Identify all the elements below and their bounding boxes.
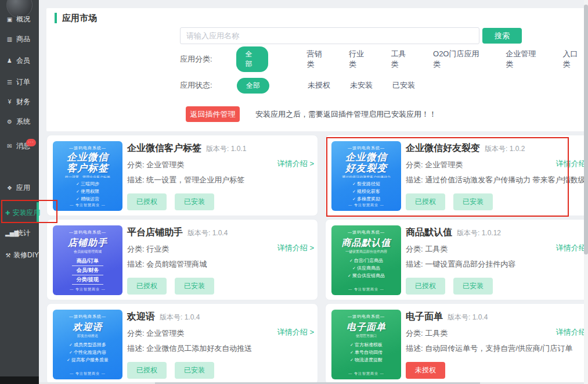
thumb-bullet: 物流进度提醒 — [350, 356, 383, 364]
app-thumbnail: —源码电商系统— 欢迎语 好友自动推送 成员类型选择多 个性化推送内容 提高客户… — [53, 310, 122, 379]
thumb-bullet: 会员/财务 — [72, 266, 104, 275]
detail-link[interactable]: 详情介绍 > — [556, 159, 588, 169]
thumb-subtitle: 统一设置，管理企业客户标签 — [65, 175, 110, 178]
sidebar-item-system[interactable]: ⚙ 系统 — [0, 115, 39, 128]
detail-link[interactable]: 详情介绍 > — [277, 243, 314, 253]
sidebar-item-label: 概况 — [16, 15, 30, 24]
apps-icon: ❖ — [5, 185, 14, 191]
app-name-text: 企业微信客户标签 — [127, 143, 201, 153]
search-input[interactable] — [180, 27, 479, 44]
sidebar-item-finance[interactable]: ¥ 财务 — [0, 95, 39, 108]
detail-link[interactable]: 详情介绍 > — [277, 327, 314, 338]
category-option[interactable]: 工具类 — [391, 49, 414, 70]
status-badges: 已授权 已安装 — [127, 278, 214, 295]
thumb-title: 企业微信 — [67, 152, 109, 163]
sidebar: ▣ 概况 ▥ 商品 ♟ 会员 ☰ 订单 ¥ 财务 ⚙ 系统 ✉ 消息 ··· ❖… — [0, 0, 39, 384]
thumb-bullet: 供应商商品 — [352, 264, 380, 272]
thumb-bullet: 自营/门店商品 — [349, 257, 383, 264]
search-button[interactable]: 搜索 — [482, 28, 522, 44]
app-version: 版本号: 1.0.4 — [160, 313, 200, 321]
thumb-banner: —源码电商系统— — [68, 229, 107, 236]
category-option[interactable]: 入口类 — [563, 49, 586, 70]
thumb-bullet: 使用权限 — [76, 188, 99, 195]
app-name: 企业微信客户标签版本号: 1.0.1 — [127, 142, 246, 155]
status-filter-row: 应用状态: 全部 未授权 未安装 已安装 — [180, 78, 415, 93]
app-market-panel: 应用市场 搜索 应用分类: 全部 营销类 行业类 工具类 O2O门店应用类 企业… — [46, 8, 585, 131]
detail-link[interactable]: 详情介绍 > — [277, 159, 314, 169]
thumb-bullets: 自营/门店商品 供应商商品 聚合供应链商品 — [348, 257, 385, 279]
thumb-bullet: 单号自动回传 — [350, 349, 383, 356]
thumb-bullets: 官方标准模板 单号自动回传 物流进度提醒 — [350, 341, 383, 364]
sidebar-item-overview[interactable]: ▣ 概况 — [0, 13, 39, 26]
thumb-banner: —源码电商系统— — [347, 145, 385, 152]
message-count-badge: ··· — [26, 139, 36, 146]
status-option[interactable]: 未安装 — [350, 80, 373, 91]
vertical-scrollbar-thumb[interactable] — [584, 5, 588, 254]
sidebar-footer-strip — [0, 376, 39, 384]
thumb-bullet: 聚合供应链商品 — [348, 272, 385, 279]
thumb-bullet: 精细运营 — [76, 195, 99, 203]
sidebar-item-install-apps[interactable]: ✚ 安装应用 — [0, 206, 39, 219]
sidebar-item-goods[interactable]: ▥ 商品 — [0, 33, 39, 45]
app-description: 描述: 自动回传运单号，支持自营/供应商/门店订单 — [406, 343, 588, 354]
authorized-badge: 已授权 — [406, 278, 445, 295]
gear-icon: ⚙ — [5, 119, 14, 125]
thumb-bullet: 个性化推送内容 — [69, 349, 106, 356]
thumb-subtitle: 好友自动推送 — [77, 333, 98, 339]
sidebar-item-label: 商品 — [16, 34, 30, 44]
thumb-subtitle: 使用官方接口 — [356, 333, 377, 339]
detail-link[interactable]: 详情介绍 > — [556, 327, 588, 338]
thumb-title: 好友裂变 — [345, 163, 387, 174]
category-all-pill[interactable]: 全部 — [236, 46, 269, 72]
app-category: 分类: 企业管理类 — [127, 160, 184, 170]
thumb-banner: —源码电商系统— — [68, 145, 107, 152]
category-option[interactable]: 营销类 — [306, 49, 329, 70]
thumb-title: 企业微信 — [345, 152, 387, 163]
thumb-bullet: 成员类型选择多 — [69, 341, 106, 349]
yen-icon: ¥ — [5, 99, 14, 105]
status-badges: 已授权 已安装 — [127, 193, 214, 210]
sidebar-item-label: 统计 — [16, 228, 30, 238]
thumb-bullet: 提高客户服务质量 — [67, 356, 109, 364]
app-card-wecom-tags: —源码电商系统— 企业微信 客户标签 统一设置，管理企业客户标签 三端同步 使用… — [46, 135, 318, 216]
sidebar-item-members[interactable]: ♟ 会员 — [0, 54, 39, 67]
app-name: 电子面单版本号: 1.0.4 — [406, 311, 488, 323]
detail-link[interactable]: 详情介绍 > — [556, 243, 588, 253]
thumb-bullets: 裂变路径短 规模化获客 多梯度奖励 — [352, 180, 380, 203]
app-version: 版本号: 1.0.1 — [206, 145, 246, 153]
status-option[interactable]: 已安装 — [392, 80, 415, 91]
app-name-text: 平台店铺助手 — [127, 227, 183, 237]
app-name-text: 商品默认值 — [406, 227, 452, 237]
sidebar-item-label: 财务 — [16, 97, 30, 107]
sidebar-item-label: 装修DIY — [13, 250, 39, 260]
overview-icon: ▣ — [5, 16, 14, 23]
category-option[interactable]: 行业类 — [349, 49, 371, 70]
installed-badge: 已安装 — [453, 278, 493, 295]
cart-icon: ☰ — [5, 79, 14, 85]
back-to-plugins-button[interactable]: 返回插件管理 — [186, 106, 240, 122]
app-card-goods-defaults: —源码电商系统— 商品默认值 一键设置商品部分挂件内容 自营/门店商品 供应商商… — [325, 219, 588, 300]
sidebar-item-apps[interactable]: ❖ 应用 — [0, 181, 39, 194]
vertical-scrollbar[interactable] — [584, 0, 588, 384]
sidebar-item-label: 应用 — [16, 183, 30, 193]
category-option[interactable]: O2O门店应用类 — [433, 49, 486, 70]
app-card-wecom-fission: —源码电商系统— 企业微信 好友裂变 通过价值活动激发客户传播动力 裂变路径短 … — [325, 135, 588, 216]
installed-badge: 已安装 — [175, 362, 214, 379]
thumb-bullet: 多梯度奖励 — [352, 195, 380, 203]
page-title: 应用市场 — [55, 13, 97, 23]
app-category: 分类: 工具类 — [406, 328, 448, 339]
installed-badge: 已安装 — [175, 278, 214, 295]
sidebar-item-stats[interactable]: ▂▅▇ 统计 — [0, 227, 39, 239]
sidebar-item-orders[interactable]: ☰ 订单 — [0, 76, 39, 88]
hammer-icon: ⚒ — [5, 252, 11, 259]
thumb-banner: —源码电商系统— — [68, 313, 107, 320]
status-badges: 已授权 已安装 — [406, 193, 493, 210]
status-option[interactable]: 未授权 — [308, 80, 330, 91]
category-option[interactable]: 企业管理类 — [506, 49, 543, 70]
app-version: 版本号: 1.0.2 — [485, 145, 525, 153]
app-name: 欢迎语版本号: 1.0.4 — [127, 311, 200, 323]
sidebar-item-diy[interactable]: ⚒ 装修DIY — [0, 249, 39, 261]
status-badges: 未授权 — [406, 362, 445, 379]
status-all-pill[interactable]: 全部 — [237, 78, 269, 94]
thumb-title: 店铺助手 — [68, 237, 107, 248]
